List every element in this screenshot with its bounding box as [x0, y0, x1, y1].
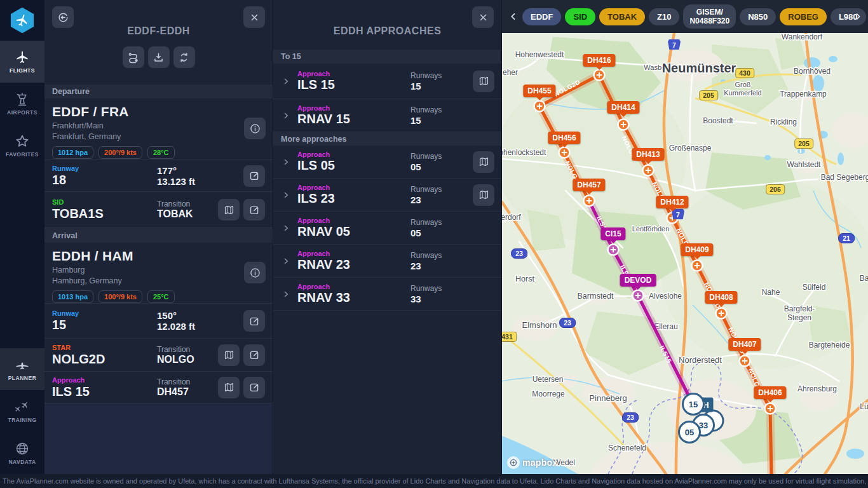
waypoint-label[interactable]: DH457	[573, 179, 605, 191]
sidebar-item-airports[interactable]: AIRPORTS	[0, 83, 44, 125]
waypoint-label[interactable]: DH409	[681, 243, 713, 256]
download-button[interactable]	[148, 46, 170, 68]
mapbox-attribution[interactable]: mapbox	[507, 456, 557, 469]
arrival-star-row[interactable]: STAR NOLG2D Transition NOLGO	[44, 339, 273, 372]
transition-label: Transition	[157, 377, 218, 386]
approach-row-ils23[interactable]: Approach ILS 23 Runways 23	[273, 179, 501, 212]
approach-name: RNAV 23	[297, 257, 404, 272]
waypoint-label[interactable]: DH412	[656, 196, 688, 208]
waypoint-label[interactable]: DH416	[583, 54, 615, 67]
approach-row-rnav33[interactable]: Approach RNAV 33 Runways 33	[273, 278, 501, 311]
back-button[interactable]	[52, 6, 74, 28]
transition-label: Transition	[157, 200, 218, 208]
sid-map-button[interactable]	[218, 199, 240, 220]
svg-text:Bad Segeberg: Bad Segeberg	[821, 173, 868, 182]
arrival-approach-row[interactable]: Approach ILS 15 Transition DH457	[44, 372, 273, 403]
sidebar-item-training[interactable]: TRAINING	[0, 390, 44, 432]
approach-map-button[interactable]	[473, 184, 494, 206]
departure-runway-heading: 177°	[157, 165, 243, 176]
sidebar-item-navdata[interactable]: NAVDATA	[0, 432, 44, 474]
runways-value: 15	[410, 81, 466, 92]
waypoint-marker[interactable]	[618, 119, 629, 130]
approach-name: ILS 05	[297, 158, 404, 173]
route-chip-z10[interactable]: Z10	[649, 8, 679, 25]
waypoint-marker[interactable]	[716, 308, 727, 319]
departure-runway-row[interactable]: Runway 18 177° 13.123 ft	[44, 160, 273, 192]
chevron-right-icon	[281, 190, 291, 200]
waypoint-marker[interactable]	[608, 245, 619, 255]
waypoint-label[interactable]: DH407	[728, 338, 761, 351]
runway-marker-15[interactable]: 15	[683, 394, 704, 415]
approach-row-rnav15[interactable]: Approach RNAV 15 Runways 15	[273, 99, 501, 132]
waypoint-label[interactable]: DH408	[705, 291, 737, 304]
star-map-button[interactable]	[218, 344, 240, 366]
chevron-right-icon	[281, 157, 291, 167]
edit-approach-button[interactable]	[243, 377, 265, 398]
route-chip-tobak[interactable]: TOBAK	[599, 8, 645, 25]
route-button[interactable]	[123, 46, 144, 68]
edit-star-button[interactable]	[243, 344, 265, 366]
sync-button[interactable]	[173, 46, 195, 68]
approach-row-ils05[interactable]: Approach ILS 05 Runways 05	[273, 146, 501, 179]
waypoint-marker[interactable]	[765, 403, 776, 414]
waypoint-marker[interactable]	[633, 290, 644, 301]
approach-map-button[interactable]	[218, 377, 240, 398]
waypoint-marker[interactable]	[643, 165, 654, 176]
approach-row-rnav05[interactable]: Approach RNAV 05 Runways 05	[273, 212, 501, 245]
approach-map-button[interactable]	[473, 71, 494, 92]
sidebar-item-favorites[interactable]: FAVORITES	[0, 125, 44, 166]
sync-icon	[178, 51, 190, 64]
app-logo[interactable]	[0, 0, 44, 41]
waypoint-marker[interactable]	[559, 147, 570, 158]
route-chip-sid[interactable]: SID	[565, 8, 595, 25]
svg-text:Horst: Horst	[515, 274, 534, 283]
departure-sid-row[interactable]: SID TOBA1S Transition TOBAK	[44, 192, 273, 228]
approach-row-rnav23[interactable]: Approach RNAV 23 Runways 23	[273, 245, 501, 278]
approach-row-ils15[interactable]: Approach ILS 15 Runways 15	[273, 64, 501, 99]
edit-sid-button[interactable]	[243, 199, 265, 220]
arrival-runway-value: 15	[52, 318, 157, 332]
waypoint-marker[interactable]	[534, 101, 545, 112]
svg-text:Hohenlockstedt: Hohenlockstedt	[502, 148, 546, 157]
waypoint-label[interactable]: DH456	[548, 132, 580, 144]
waypoint-marker[interactable]	[740, 356, 750, 367]
info-icon	[249, 267, 261, 279]
waypoint-label[interactable]: DH455	[523, 85, 555, 97]
info-icon	[249, 123, 261, 135]
sidebar-item-label: NAVDATA	[8, 459, 36, 465]
svg-text:Rickling: Rickling	[770, 118, 797, 126]
route-chip-robeg[interactable]: ROBEG	[780, 8, 827, 25]
departure-runway-elevation: 13.123 ft	[157, 176, 243, 187]
waypoint-label[interactable]: DH413	[632, 148, 664, 161]
waypoint-label[interactable]: DEVOD	[620, 274, 656, 287]
approach-name: RNAV 15	[297, 112, 404, 126]
approaches-header: EDDH APPROACHES	[273, 0, 501, 50]
sidebar-item-planner[interactable]: PLANNER	[0, 348, 44, 390]
edit-departure-runway-button[interactable]	[243, 165, 265, 187]
approach-map-button[interactable]	[473, 151, 494, 173]
route-chip-gisem[interactable]: GISEM/ N0488F320	[683, 4, 736, 29]
waypoint-label[interactable]: DH406	[754, 386, 786, 399]
sidebar-item-flights[interactable]: FLIGHTS	[0, 41, 44, 83]
arrival-runway-row[interactable]: Runway 15 150° 12.028 ft	[44, 304, 273, 339]
close-approaches-button[interactable]	[472, 6, 494, 28]
edit-arrival-runway-button[interactable]	[243, 310, 265, 332]
chevron-left-icon	[508, 11, 519, 22]
temperature-badge: 28°C	[147, 146, 175, 159]
map-canvas[interactable]: Hohenwestedt eher Wasbek Neumünster Wank…	[502, 0, 868, 474]
runway-marker-05[interactable]: 05	[679, 422, 700, 443]
runways-label: Runways	[410, 185, 466, 194]
waypoint-marker[interactable]	[594, 70, 605, 81]
route-bar-scroll-right[interactable]	[853, 0, 863, 33]
waypoint-label[interactable]: DH414	[607, 101, 639, 114]
route-chip-eddf[interactable]: EDDF	[522, 8, 561, 25]
departure-info-button[interactable]	[244, 118, 266, 139]
waypoint-marker[interactable]	[692, 261, 703, 271]
waypoint-label[interactable]: CI15	[600, 227, 625, 240]
road-badge: 205	[699, 90, 718, 100]
arrival-info-button[interactable]	[244, 262, 266, 283]
route-bar-scroll-left[interactable]	[508, 0, 519, 33]
close-plan-button[interactable]	[243, 6, 265, 28]
waypoint-marker[interactable]	[584, 196, 595, 207]
route-chip-n850[interactable]: N850	[740, 8, 776, 25]
